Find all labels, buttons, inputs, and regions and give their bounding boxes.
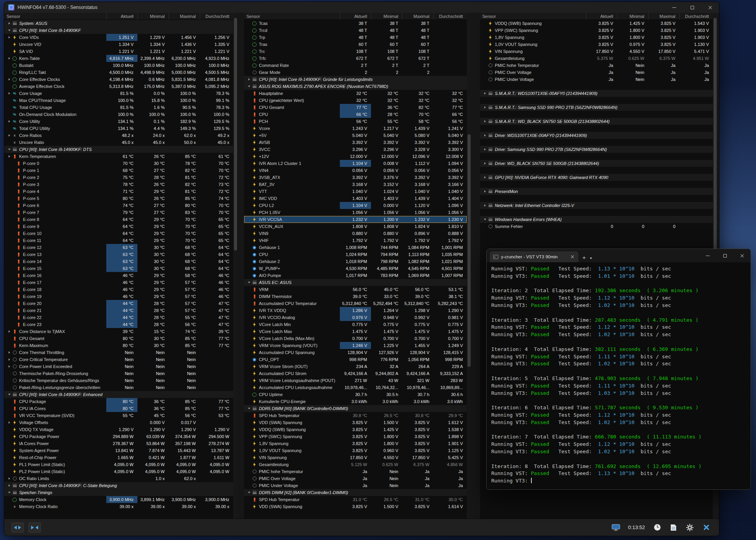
sensor-row[interactable]: E-core 1846 °C29 °C57 °C46 °C [4,286,233,293]
column-header-durchschnitt[interactable]: Durchschnitt [679,13,713,19]
sensor-row-selected[interactable]: IVR VCCSA1.232 V1.200 V1.232 V1.230 V [244,216,467,223]
sensor-row[interactable]: IVR Atom L2 Cluster 11.104 V0.008 V1.112… [244,160,467,167]
sensor-row[interactable]: CPU_OPT998 RPM776 RPM1,056 RPM998 RPM [244,356,467,363]
sensor-row[interactable]: Gehäuse 11,008 RPM744 RPM1,084 RPM1,001 … [244,244,467,251]
sensor-row[interactable]: VRM Vcore Strom (IOUT)234 A32 A264 A229 … [244,363,467,370]
chevron-down-icon[interactable] [482,219,487,220]
sensor-section-row[interactable]: Windows Hardware Errors (WHEA) [480,216,713,223]
sensor-row[interactable]: DIMM Thermistor39.0 °C33.0 °C39.0 °C38.1… [244,293,467,300]
sensor-row[interactable]: W_PUMP+4,530 RPM4,485 RPM4,545 RPM4,501 … [244,265,467,272]
column-header-sensor[interactable]: Sensor [480,13,586,19]
column-header-aktuell[interactable]: Aktuell [340,13,371,19]
sensor-row[interactable]: Core Thermal ThrottlingNeinNeinNein [4,349,233,356]
sensor-row[interactable]: Memory Clock Ratio39.00 x39.00 x39.00 x3… [4,503,233,510]
sensor-row[interactable]: PL1 Power Limit (Static)4,095.0 W4,095.0… [4,461,233,468]
tab-dropdown-button[interactable] [590,258,592,259]
maximize-button[interactable] [683,2,701,13]
sensor-row[interactable]: Core Effective Clocks4,198.4 MHz0.6 MHz5… [4,76,233,83]
toggle-columns-button[interactable] [28,522,41,533]
sensor-row[interactable]: Voltage Offsets0.000 V0.017 V [4,419,233,426]
sensor-row[interactable]: SPD Hub Temperatur30.8 °C26.5 °C30.8 °C2… [244,412,467,419]
sensor-row[interactable]: Trc108 T108 T108 T [244,48,467,55]
chevron-right-icon[interactable] [7,365,12,368]
sensor-row[interactable]: Trfc672 T672 T672 T [244,55,467,62]
sensor-row[interactable]: Command Rate2 T2 T2 T [244,62,467,69]
sensor-row[interactable]: VCore Latch Min0.775 V0.775 V0.775 V0.77… [244,321,467,328]
sensor-row[interactable]: IMC VDD1.403 V1.403 V1.439 V1.404 V [244,195,467,202]
sensor-row[interactable]: BAT_3V3.168 V3.152 V3.168 V3.166 V [244,181,467,188]
chevron-right-icon[interactable] [7,78,12,81]
close-sensors-button[interactable] [700,522,712,533]
sensor-row[interactable]: VDD (SWA) Spannung3.825 V1.500 V3.825 V1… [244,503,467,510]
sensor-row[interactable]: CPU Package Power294.889 W63.039 W374.35… [4,433,233,440]
sensor-section-row[interactable]: CPU [#0]: Intel Core i9-14900KF: Gründe … [244,76,467,83]
sensor-section-row[interactable]: PresentMon [480,188,713,195]
column-header-sensor[interactable]: Sensor [4,13,106,19]
sensor-row[interactable]: Uncore VID1.334 V1.334 V1.436 V1.335 V [4,41,233,48]
sensor-row[interactable]: PMIC hohe TemperaturJaNeinJaJa [480,62,713,69]
sensor-row[interactable]: PL2 Power Limit (Static)4,095.0 W4,095.0… [4,468,233,475]
sensor-row[interactable]: P-core 070 °C30 °C78 °C70 °C [4,160,233,167]
column-header-maximal[interactable]: Maximal [648,13,679,19]
sensor-row[interactable]: SPD Hub Temperatur31.0 °C26.5 °C31.0 °C3… [244,496,467,503]
sensor-row[interactable]: CPU Gesamt77 °C36 °C82 °C77 °C [244,104,467,111]
sensor-row[interactable]: CPU Gesamt80 °C30 °C85 °C77 °C [4,335,233,342]
sensor-section-row[interactable]: Drive: WDS100T1X0E-00AFY0 (214394441909) [480,132,713,139]
chevron-right-icon[interactable] [7,22,12,25]
sensor-row[interactable]: On-Demand Clock Modulation100.0 %100.0 %… [4,111,233,118]
sensor-row[interactable]: Hauptplatine32 °C32 °C32 °C32 °C [244,90,467,97]
sensor-row[interactable]: E-core 1946 °C29 °C57 °C46 °C [4,293,233,300]
sensor-row[interactable]: VHIF1.792 V1.792 V1.792 V1.792 V [244,237,467,244]
chevron-right-icon[interactable] [482,204,487,207]
sensor-section-row[interactable]: S.M.A.R.T.: WD_BLACK SN750 SE 500GB (213… [480,118,713,125]
sensor-row[interactable]: Core Power Limit ExceededNeinNeinNein [4,363,233,370]
sensor-row[interactable]: VDDQ TX Voltage1.290 V1.290 V1.290 V1.29… [4,426,233,433]
terminal-minimize-button[interactable] [699,249,716,262]
chevron-right-icon[interactable] [482,92,487,95]
sensor-row[interactable]: Vcore1.243 V1.217 V1.439 V1.241 V [244,125,467,132]
sensor-row[interactable]: Kritische Temperatur des Gehäuses/RingsN… [4,377,233,384]
hwinfo-titlebar[interactable]: HWiNFO64 v7.68-5300 - Sensorstatus [4,2,719,13]
sensor-row[interactable]: Accumulated CPU Spannung128,904 V127,926… [244,349,467,356]
chevron-down-icon[interactable] [246,408,251,409]
sensor-row[interactable]: Gesamtleistung5.375 W0.625 W6.375 W4.951… [480,55,713,62]
chevron-down-icon[interactable] [246,86,251,87]
sensor-row[interactable]: SA VID1.221 V1.221 V1.221 V1.221 V [4,48,233,55]
sensor-row[interactable]: VPP (SWC) Spannung3.825 V1.800 V3.825 V1… [480,27,713,34]
sensor-row[interactable]: P-core 580 °C26 °C85 °C74 °C [4,195,233,202]
sensor-row[interactable]: PMIC Over VoltageJaNeinJaJa [480,69,713,76]
sensor-section-row[interactable]: DDR5 DIMM [#2] (BANK 0/Controller1-DIMM0… [244,489,467,496]
sensor-row[interactable]: VRM Vcore Spannung (VOUT)1.246 V1.225 V1… [244,342,467,349]
sensor-row[interactable]: P-core 779 °C27 °C83 °C70 °C [4,209,233,216]
column-header-durchschnitt[interactable]: Durchschnitt [433,13,467,19]
sensor-section-row[interactable]: ASUS EC: ASUS [244,279,467,286]
sensor-row[interactable]: CPU (gewichteter Wert)32 °C32 °C32 °C32 … [244,97,467,104]
sensor-section-row[interactable]: S.M.A.R.T.: Samsung SSD 990 PRO 2TB (S6Z… [480,104,713,111]
sensor-section-row[interactable]: ASUS ROG MAXIMUS Z790 APEX ENCORE (Nuvot… [244,83,467,90]
chevron-right-icon[interactable] [7,351,12,354]
sensor-row[interactable]: Max CPU/Thread Usage100.0 %15.8 %100.0 %… [4,97,233,104]
scrollbar-thumb[interactable] [468,134,471,367]
sensor-row[interactable]: VIN90.880 V0.880 V0.896 V0.888 V [244,230,467,237]
sensor-row[interactable]: VIN40.056 V0.056 V0.056 V0.056 V [244,167,467,174]
sensor-row[interactable]: 1,0V VOUT Spannung3.825 V0.960 V3.825 V1… [244,447,467,454]
column-header-sensor[interactable]: Sensor [244,13,340,19]
chevron-right-icon[interactable] [482,134,487,137]
terminal-output[interactable]: Running VST: Passed Test Speed: 1.13 * 1… [487,262,751,485]
sensor-row[interactable]: 1,8V Spannung3.825 V1.800 V3.825 V1.901 … [244,440,467,447]
sensor-section-row[interactable]: DDR5 DIMM [#0] (BANK 0/Controller0-DIMM0… [244,405,467,412]
chevron-right-icon[interactable] [7,134,12,137]
sensor-row[interactable]: CPU66 °C28 °C70 °C66 °C [244,111,467,118]
sensor-row[interactable]: Rest-of-Chip Power1.665 W0.421 W1.877 W1… [4,454,233,461]
chevron-down-icon[interactable] [7,149,12,150]
sensor-row[interactable]: E-core 2244 °C28 °C55 °C47 °C [4,314,233,321]
sensor-row[interactable]: Total CPU Utility134.1 %4.4 %149.3 %129.… [4,125,233,132]
sensor-row[interactable]: Core VIDs1.251 V1.229 V1.456 V1.256 V [4,34,233,41]
sensor-row[interactable]: E-core 1463 °C30 °C68 °C64 °C [4,258,233,265]
sensor-row[interactable]: VR VCC Temperature (SVID)55 °C45 °C56 °C… [4,412,233,419]
sensor-row[interactable]: 3VCC3.296 V3.296 V3.328 V3.300 V [244,146,467,153]
column-header-maximal[interactable]: Maximal [402,13,433,19]
sensor-row[interactable]: VRM56.0 °C45.0 °C56.0 °C53.1 °C [244,286,467,293]
sensor-row[interactable]: E-core 1646 °C29 °C58 °C46 °C [4,272,233,279]
sensor-row[interactable]: VRM Vcore Leistungsaufnahme (POUT)271 W4… [244,377,467,384]
